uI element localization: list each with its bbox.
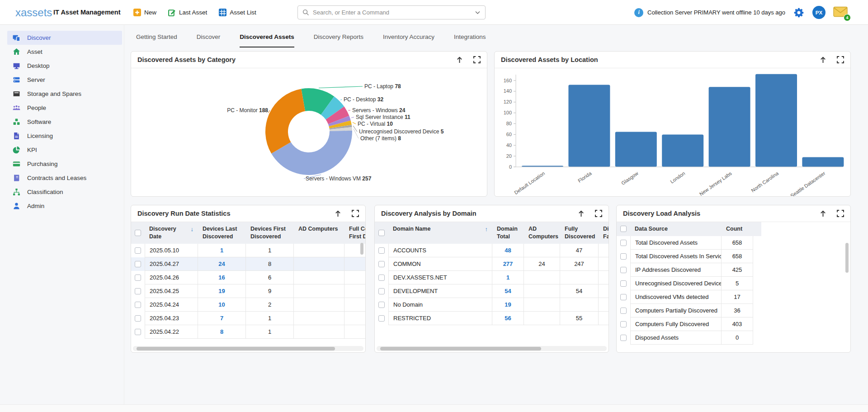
row-checkbox[interactable] [135,247,141,254]
row-checkbox[interactable] [135,288,141,294]
cell-value[interactable]: 24 [198,257,246,271]
sidebar-item-kpi[interactable]: KPI [7,143,122,157]
row-checkbox[interactable] [620,335,627,341]
messages-button[interactable]: 4 [833,6,848,19]
cell-value[interactable]: 277 [492,257,524,271]
table-row[interactable]: Computers Partially Discovered36 [617,304,850,317]
row-checkbox[interactable] [620,267,627,273]
table-row[interactable]: No Domain19 [375,298,609,312]
row-checkbox[interactable] [378,302,385,308]
row-checkbox[interactable] [135,302,141,308]
table-row[interactable]: ACCOUNTS4847 [375,244,609,257]
command-search[interactable] [297,5,486,19]
bar-florida[interactable] [568,85,610,167]
sidebar-item-discover[interactable]: Discover [7,31,122,45]
gear-icon[interactable] [793,7,805,19]
row-checkbox[interactable] [378,247,385,254]
column-header-data-source[interactable]: Data Source [630,222,722,236]
tab-inventory-accuracy[interactable]: Inventory Accuracy [383,25,434,47]
cell-value[interactable]: 19 [492,298,524,312]
bar-seattle-datacenter[interactable] [802,157,844,167]
sidebar-item-licensing[interactable]: Licensing [7,129,122,143]
vertical-scrollbar[interactable] [845,222,849,345]
bar-london[interactable] [662,134,703,167]
column-header-discovery-date[interactable]: Discovery Date↓ [145,222,198,244]
table-row[interactable]: Disposed Assets0 [617,331,850,345]
table-row[interactable]: RESTRICTED5655 [375,312,609,325]
bar-glasgow[interactable] [615,132,657,167]
column-header-devices-last-discovered[interactable]: Devices Last Discovered [198,222,246,244]
row-checkbox[interactable] [620,240,627,246]
server-notification[interactable]: i Collection Server PRIMARY went offline… [634,8,785,17]
cell-value[interactable]: 1 [198,244,246,257]
tab-discovered-assets[interactable]: Discovered Assets [240,25,294,47]
row-checkbox[interactable] [135,275,141,281]
up-arrow-icon[interactable] [456,56,463,64]
row-checkbox[interactable] [620,280,627,287]
column-header-domain-name[interactable]: Domain Name↑ [388,222,492,244]
column-header-ad-computers[interactable]: AD Computers [524,222,560,244]
sidebar-item-desktop[interactable]: Desktop [7,59,122,73]
table-row[interactable]: COMMON27724247 [375,257,609,271]
sidebar-item-software[interactable]: Software [7,115,122,129]
table-row[interactable]: DEV.XASSETS.NET1 [375,271,609,284]
cell-value[interactable]: 7 [198,312,246,325]
row-checkbox[interactable] [378,315,385,322]
search-input[interactable] [313,9,475,16]
row-checkbox[interactable] [620,308,627,314]
expand-icon[interactable] [352,210,359,217]
expand-icon[interactable] [837,56,844,63]
table-row[interactable]: Total Discovered Assets658 [617,236,850,250]
table-row[interactable]: Unrecognised Discovered Devices5 [617,277,850,290]
sidebar-item-server[interactable]: Server [7,73,122,87]
column-header-fully-discovered[interactable]: Fully Discovered [560,222,599,244]
cell-value[interactable]: 8 [198,325,246,339]
table-row[interactable]: 2025.05.1011 [131,244,365,257]
row-checkbox[interactable] [620,253,627,260]
sidebar-item-classification[interactable]: Classification [7,185,122,199]
select-all-checkbox[interactable] [620,226,627,232]
table-row[interactable]: 2025.04.25199 [131,284,365,298]
column-header-ad-computers[interactable]: AD Computers [294,222,344,244]
user-avatar[interactable]: PX [812,6,826,19]
table-row[interactable]: IP Addresses Discovered425 [617,263,850,277]
cell-value[interactable]: 1 [492,271,524,284]
row-checkbox[interactable] [135,329,141,335]
bar-north-carolina[interactable] [755,74,797,167]
column-header-count[interactable]: Count [722,222,753,236]
row-checkbox[interactable] [378,261,385,267]
table-row[interactable]: Computers Fully Discovered403 [617,317,850,331]
cell-value[interactable]: 10 [198,298,246,312]
up-arrow-icon[interactable] [334,210,342,218]
table-row[interactable]: DEVELOPMENT5454 [375,284,609,298]
asset-list-button[interactable]: Asset List [219,9,256,16]
new-button[interactable]: New [133,9,156,16]
select-all-checkbox[interactable] [135,230,141,236]
column-header-devices-first-discovered[interactable]: Devices First Discovered [246,222,294,244]
row-checkbox[interactable] [620,294,627,300]
sidebar-item-asset[interactable]: Asset [7,45,122,59]
table-row[interactable]: 2025.04.2371 [131,312,365,325]
sidebar-item-purchasing[interactable]: Purchasing [7,157,122,171]
expand-icon[interactable] [837,210,844,217]
up-arrow-icon[interactable] [819,210,827,218]
xassets-logo[interactable]: xassets [15,6,52,19]
row-checkbox[interactable] [378,288,385,294]
sidebar-item-storage-and-spares[interactable]: Storage and Spares [7,87,122,101]
cell-value[interactable]: 48 [492,244,524,257]
expand-icon[interactable] [473,56,481,63]
sidebar-item-people[interactable]: People [7,101,122,115]
tab-discovery-reports[interactable]: Discovery Reports [314,25,363,47]
row-checkbox[interactable] [135,261,141,267]
cell-value[interactable]: 19 [198,284,246,298]
chevron-down-icon[interactable] [475,9,481,15]
sidebar-item-contracts-and-leases[interactable]: Contracts and Leases [7,171,122,185]
tab-getting-started[interactable]: Getting Started [136,25,177,47]
donut-slice-pc-monitor[interactable] [265,89,305,153]
table-row[interactable]: 2025.04.2281 [131,325,365,339]
table-row[interactable]: Undiscovered VMs detected17 [617,290,850,304]
row-checkbox[interactable] [378,275,385,281]
table-row[interactable]: 2025.04.26166 [131,271,365,284]
bar-new-jersey-labs[interactable] [709,87,750,167]
cell-value[interactable]: 56 [492,312,524,325]
